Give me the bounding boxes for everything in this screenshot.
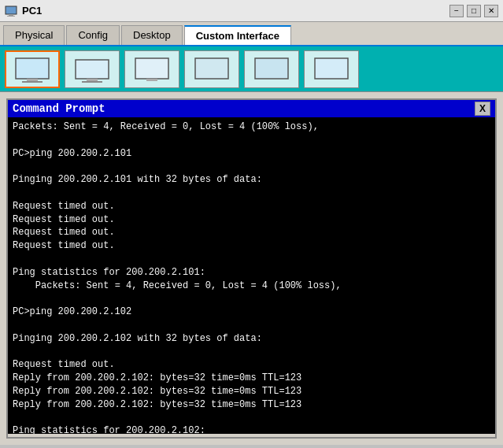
device-thumb-3[interactable] — [184, 50, 239, 88]
svg-rect-2 — [7, 16, 15, 17]
svg-rect-6 — [76, 60, 109, 79]
device-image-3 — [192, 55, 231, 83]
cmd-window: Command Prompt X Packets: Sent = 4, Rece… — [6, 98, 497, 439]
device-image-0 — [13, 55, 52, 83]
svg-rect-5 — [22, 81, 43, 83]
svg-rect-12 — [255, 58, 288, 79]
window-title: PC1 — [22, 5, 42, 17]
minimize-button[interactable]: − — [449, 5, 464, 17]
svg-rect-7 — [87, 79, 98, 81]
svg-rect-10 — [146, 79, 157, 81]
device-thumb-4[interactable] — [244, 50, 299, 88]
svg-rect-8 — [82, 81, 102, 83]
svg-rect-0 — [6, 6, 17, 14]
cmd-title: Command Prompt — [13, 102, 105, 115]
title-bar-controls: − □ ✕ — [449, 5, 498, 17]
device-thumb-1[interactable] — [65, 50, 120, 88]
tab-custom-interface[interactable]: Custom Interface — [184, 25, 291, 45]
cmd-container: Command Prompt X Packets: Sent = 4, Rece… — [0, 92, 503, 445]
device-image-5 — [312, 55, 351, 83]
device-thumb-5[interactable] — [304, 50, 359, 88]
restore-button[interactable]: □ — [467, 5, 481, 17]
title-bar-left: PC1 — [5, 5, 42, 17]
svg-rect-1 — [9, 14, 13, 16]
svg-rect-9 — [135, 58, 168, 79]
svg-rect-13 — [315, 58, 348, 79]
nav-tabs: Physical Config Desktop Custom Interface — [0, 22, 503, 46]
svg-rect-11 — [195, 58, 228, 79]
device-image-2 — [132, 55, 172, 83]
cmd-titlebar: Command Prompt X — [8, 100, 495, 117]
title-bar: PC1 − □ ✕ — [0, 0, 503, 22]
device-thumb-0[interactable] — [5, 50, 60, 88]
cmd-output[interactable]: Packets: Sent = 4, Received = 0, Lost = … — [8, 117, 495, 434]
device-bar — [0, 46, 503, 92]
pc-icon — [5, 5, 17, 17]
tab-config[interactable]: Config — [66, 25, 120, 45]
svg-rect-3 — [16, 58, 49, 79]
cmd-close-button[interactable]: X — [475, 102, 490, 116]
close-window-button[interactable]: ✕ — [484, 5, 498, 17]
svg-rect-4 — [27, 79, 38, 81]
tab-physical[interactable]: Physical — [3, 25, 65, 45]
device-image-1 — [72, 55, 112, 83]
tab-desktop[interactable]: Desktop — [121, 25, 183, 45]
device-image-4 — [252, 55, 291, 83]
device-thumb-2[interactable] — [124, 50, 179, 88]
